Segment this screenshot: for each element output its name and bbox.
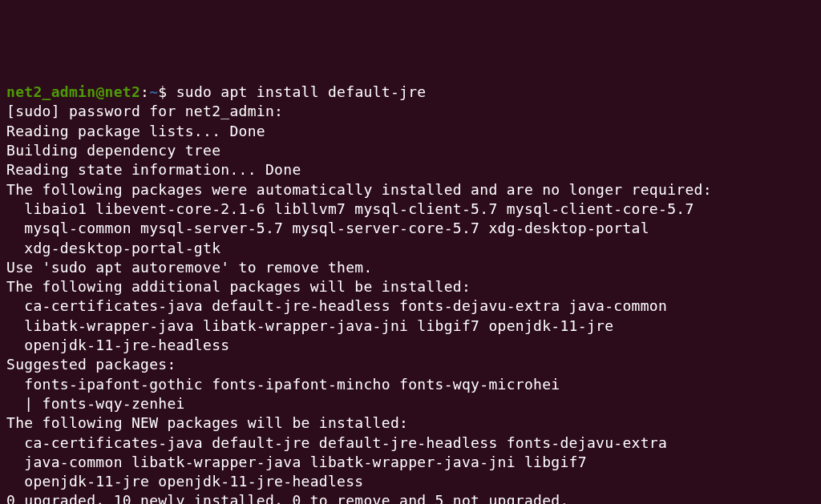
prompt-dollar: $ — [158, 83, 176, 100]
output-line: mysql-common mysql-server-5.7 mysql-serv… — [6, 220, 649, 236]
output-line: Reading state information... Done — [6, 161, 301, 178]
output-line: openjdk-11-jre openjdk-11-jre-headless — [6, 473, 363, 490]
output-line: libaio1 libevent-core-2.1-6 libllvm7 mys… — [6, 200, 694, 217]
output-line: The following packages were automaticall… — [6, 181, 712, 198]
output-line: The following additional packages will b… — [6, 278, 471, 295]
output-line: [sudo] password for net2_admin: — [6, 103, 283, 119]
output-line: fonts-ipafont-gothic fonts-ipafont-minch… — [6, 376, 560, 393]
output-line: Building dependency tree — [6, 142, 220, 159]
prompt-at: @ — [95, 83, 104, 100]
output-line: ca-certificates-java default-jre default… — [6, 434, 667, 451]
command-text: sudo apt install default-jre — [176, 83, 427, 100]
output-line: libatk-wrapper-java libatk-wrapper-java-… — [6, 317, 613, 334]
output-line: Reading package lists... Done — [6, 123, 265, 139]
output-line: ca-certificates-java default-jre-headles… — [6, 297, 667, 314]
output-line: xdg-desktop-portal-gtk — [6, 240, 220, 256]
output-line: The following NEW packages will be insta… — [6, 414, 408, 431]
prompt-user: net2_admin — [6, 83, 95, 100]
prompt-colon: : — [140, 83, 149, 100]
output-line: | fonts-wqy-zenhei — [6, 395, 185, 412]
output-line: java-common libatk-wrapper-java libatk-w… — [6, 454, 587, 470]
terminal-output[interactable]: net2_admin@net2:~$ sudo apt install defa… — [6, 83, 815, 504]
prompt-line: net2_admin@net2:~$ sudo apt install defa… — [6, 83, 426, 100]
output-line: openjdk-11-jre-headless — [6, 337, 229, 353]
output-line: Suggested packages: — [6, 356, 176, 373]
prompt-host: net2 — [105, 83, 141, 100]
prompt-path: ~ — [149, 83, 158, 100]
output-line: Use 'sudo apt autoremove' to remove them… — [6, 259, 373, 276]
output-line: 0 upgraded, 10 newly installed, 0 to rem… — [6, 492, 569, 504]
